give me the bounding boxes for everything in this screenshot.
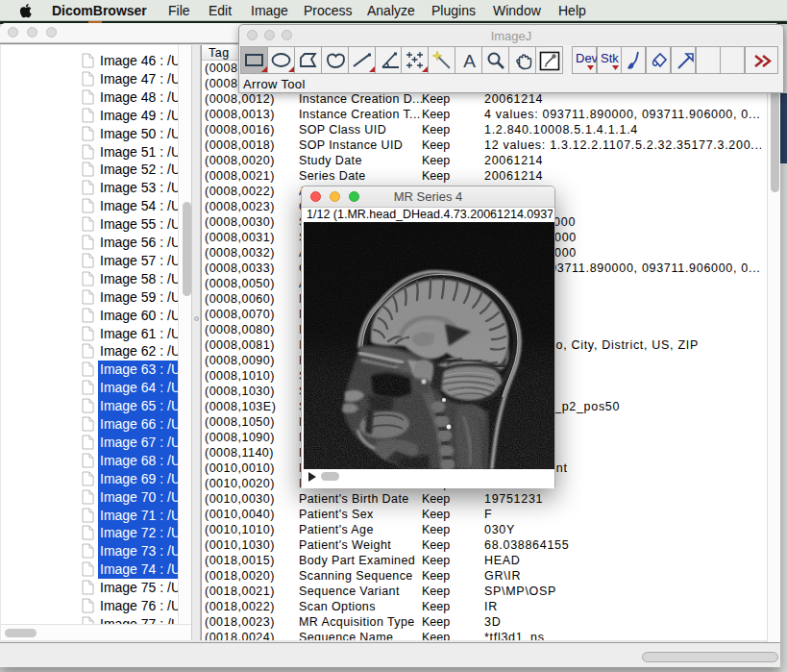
svg-text:Stk: Stk: [601, 51, 619, 65]
svg-text:A: A: [463, 51, 476, 71]
svg-text:Dev: Dev: [576, 51, 598, 65]
